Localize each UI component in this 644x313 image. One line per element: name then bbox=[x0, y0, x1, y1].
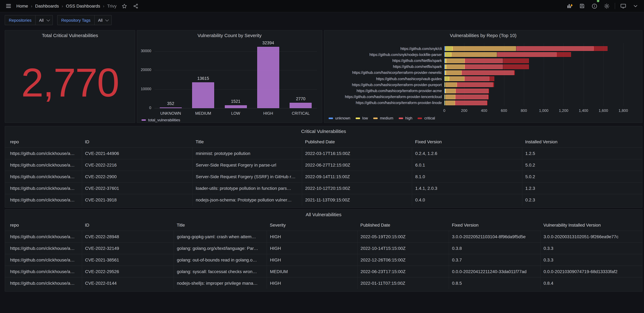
cell-published-date: 2022-10-14T15:15:00Z bbox=[357, 243, 449, 254]
variable-selected-value: All bbox=[39, 18, 44, 22]
legend-item-high[interactable]: high bbox=[399, 116, 412, 120]
breadcrumb-separator: › bbox=[103, 3, 104, 8]
bar-segment-critical bbox=[594, 46, 608, 51]
column-header-repo[interactable]: repo bbox=[5, 219, 82, 231]
table-header-row: repoIDTitlePublished DateFixed VersionIn… bbox=[5, 136, 642, 148]
bar-segment-high bbox=[516, 46, 594, 51]
cell-severity: HIGH bbox=[267, 231, 357, 243]
bar-segment-critical bbox=[486, 101, 487, 105]
menu-hamburger-icon[interactable] bbox=[4, 2, 12, 10]
gridline bbox=[623, 43, 624, 106]
panel-title[interactable]: Total Critical Vulnerabilities bbox=[5, 30, 135, 40]
gridline bbox=[154, 89, 317, 89]
cell-vulnerability-installed-version: 3.0.0-20200313102051-9f266ea9e77c bbox=[540, 231, 642, 243]
variable-value-dropdown[interactable]: All bbox=[94, 15, 112, 25]
cell-title: Server-Side Request Forgery in parse-url bbox=[192, 159, 302, 171]
cell-published-date: 2022-06-27T12:15:00Z bbox=[302, 159, 412, 171]
cell-id: CVE-2021-3918 bbox=[82, 194, 192, 206]
variable-value-dropdown[interactable]: All bbox=[36, 15, 53, 25]
column-header-severity[interactable]: Severity bbox=[267, 219, 357, 231]
repo-stacked-bar-chart: 02004006008001,0001,2001,4001,6001,800ht… bbox=[324, 30, 642, 123]
favorite-star-icon[interactable] bbox=[120, 2, 128, 10]
table-row: https://github.com/clickhouse/a…CVE-2022… bbox=[5, 182, 642, 194]
bar-segment-medium bbox=[446, 82, 457, 87]
column-header-repo[interactable]: repo bbox=[5, 136, 82, 148]
table-title[interactable]: Critical Vulnerabilities bbox=[5, 126, 642, 136]
breadcrumb: Home›Dashboards›OSS Dashboards›Trivy bbox=[16, 3, 116, 8]
column-header-title[interactable]: Title bbox=[192, 136, 302, 148]
stat-value: 2,770 bbox=[5, 44, 135, 121]
cell-published-date: 2022-05-19T20:15:00Z bbox=[357, 231, 449, 243]
legend-swatch bbox=[142, 119, 146, 121]
legend-item-critical[interactable]: critical bbox=[418, 116, 435, 120]
top-nav: Home›Dashboards›OSS Dashboards›Trivy bbox=[0, 0, 644, 12]
table-row: https://github.com/clickhouse/a…CVE-2021… bbox=[5, 194, 642, 206]
legend-swatch bbox=[418, 117, 422, 119]
share-icon[interactable] bbox=[132, 2, 140, 10]
severity-bar-chart: 0100002000030000352UNKNOWN13615MEDIUM152… bbox=[137, 30, 322, 123]
column-header-fixed-version[interactable]: Fixed Version bbox=[412, 136, 522, 148]
table-row: https://github.com/clickhouse/a…CVE-2021… bbox=[5, 148, 642, 159]
column-header-published-date[interactable]: Published Date bbox=[302, 136, 412, 148]
legend-item-low[interactable]: low bbox=[356, 116, 368, 120]
legend-item[interactable]: total_vulnerabilities bbox=[142, 118, 180, 122]
x-axis-tick-label: 800 bbox=[514, 108, 533, 113]
bar-segment-medium bbox=[446, 70, 462, 75]
bar-unknown bbox=[160, 107, 182, 108]
breadcrumb-separator: › bbox=[62, 3, 63, 8]
cell-repo: https://github.com/clickhouse/a… bbox=[5, 171, 82, 182]
x-axis-tick-label: 400 bbox=[475, 108, 494, 113]
add-panel-icon[interactable] bbox=[566, 2, 574, 10]
legend-item-unknown[interactable]: unknown bbox=[328, 116, 350, 120]
cell-title: golang: syscall: faccessat checks wron… bbox=[174, 266, 267, 277]
cell-severity: HIGH bbox=[267, 254, 357, 266]
breadcrumb-item-home[interactable]: Home bbox=[16, 3, 28, 8]
cell-published-date: 2022-12-26T06:15:00Z bbox=[357, 254, 449, 266]
collapse-chevron-down-icon[interactable] bbox=[632, 2, 640, 10]
repo-category-label: https://github.com/hashicorp/terraform-p… bbox=[324, 101, 442, 105]
nav-actions bbox=[566, 2, 640, 10]
bar-segment-critical bbox=[488, 94, 489, 99]
bar-segment-medium bbox=[451, 52, 497, 57]
column-header-published-date[interactable]: Published Date bbox=[357, 219, 449, 231]
chevron-down-icon bbox=[105, 18, 109, 21]
bar-value-label: 2770 bbox=[286, 97, 315, 101]
column-header-installed-version[interactable]: Installed Version bbox=[522, 136, 642, 148]
breadcrumb-item-oss-dashboards[interactable]: OSS Dashboards bbox=[66, 3, 100, 8]
column-header-id[interactable]: ID bbox=[82, 136, 192, 148]
legend-item-medium[interactable]: medium bbox=[373, 116, 393, 120]
cell-fixed-version: 6.0.1 bbox=[412, 159, 522, 171]
cell-repo: https://github.com/clickhouse/a… bbox=[5, 277, 82, 289]
chevron-down-icon bbox=[46, 18, 50, 21]
bar-value-label: 13615 bbox=[189, 76, 217, 81]
repo-category-label: https://github.com/netflix/spark bbox=[324, 64, 442, 69]
table-title[interactable]: All Vulnerabilities bbox=[5, 210, 642, 219]
dashboard-settings-gear-icon[interactable] bbox=[602, 2, 611, 10]
critical-vulnerabilities-table: repoIDTitlePublished DateFixed VersionIn… bbox=[5, 136, 642, 206]
bar-segment-high bbox=[455, 101, 486, 105]
dashboard-insights-icon[interactable] bbox=[590, 2, 598, 10]
column-header-fixed-version[interactable]: Fixed Version bbox=[449, 219, 540, 231]
bar-segment-critical bbox=[514, 70, 515, 75]
bar-low bbox=[225, 105, 247, 108]
column-header-title[interactable]: Title bbox=[174, 219, 267, 231]
cell-id: CVE-2022-37601 bbox=[82, 182, 192, 194]
column-header-id[interactable]: ID bbox=[82, 219, 174, 231]
bar-medium bbox=[192, 82, 214, 108]
cell-repo: https://github.com/clickhouse/a… bbox=[5, 243, 82, 254]
cycle-view-mode-tv-icon[interactable] bbox=[619, 2, 627, 10]
nav-divider bbox=[615, 3, 615, 9]
legend-label: high bbox=[405, 116, 412, 120]
save-dashboard-icon[interactable] bbox=[578, 2, 586, 10]
y-axis-tick-label: 30000 bbox=[137, 49, 151, 53]
cell-id: CVE-2022-0144 bbox=[82, 277, 174, 289]
bar-value-label: 1521 bbox=[222, 99, 250, 104]
all-vulnerabilities-table: repoIDTitleSeverityPublished DateFixed V… bbox=[5, 219, 642, 289]
bar-segment-high bbox=[462, 70, 514, 75]
column-header-vulnerability-installed-version[interactable]: Vulnerability Installed Version bbox=[540, 219, 642, 231]
data-table: repoIDTitleSeverityPublished DateFixed V… bbox=[5, 219, 642, 289]
breadcrumb-item-dashboards[interactable]: Dashboards bbox=[35, 3, 59, 8]
cell-installed-version: 1.2.3 bbox=[522, 182, 642, 194]
x-category-label: LOW bbox=[220, 111, 252, 116]
repo-category-label: https://github.com/hashicorp/terraform-p… bbox=[324, 95, 442, 99]
